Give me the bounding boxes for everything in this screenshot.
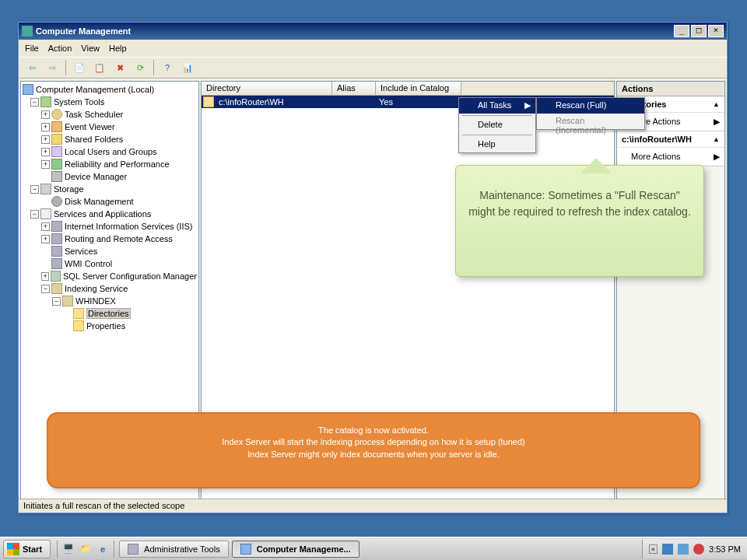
annotation-orange: The catalog is now activated. Index Serv…	[47, 412, 700, 488]
index-icon	[51, 283, 62, 294]
windows-flag-icon	[7, 543, 19, 555]
col-include[interactable]: Include in Catalog	[376, 82, 461, 95]
ie-icon[interactable]: e	[95, 541, 110, 557]
catalog-icon	[62, 296, 73, 306]
sql-icon	[51, 271, 61, 282]
folder-icon	[73, 320, 84, 331]
system-tray: « 3:53 PM	[642, 540, 747, 558]
titlebar[interactable]: Computer Management _ □ ×	[19, 23, 727, 40]
collapse-icon[interactable]: −	[30, 98, 39, 107]
more-actions-2[interactable]: More Actions▶	[617, 148, 724, 166]
menu-help[interactable]: Help	[109, 44, 127, 53]
view-button[interactable]: 📊	[179, 59, 196, 76]
col-directory[interactable]: Directory	[202, 82, 332, 95]
ctx-rescan-incremental[interactable]: Rescan (Incremental)	[537, 114, 644, 129]
menu-action[interactable]: Action	[48, 44, 72, 53]
mmc-icon	[240, 544, 251, 555]
app-icon	[22, 26, 33, 37]
services-icon	[40, 208, 51, 219]
minimize-button[interactable]: _	[674, 25, 689, 37]
menu-view[interactable]: View	[81, 44, 100, 53]
network-icon[interactable]	[678, 544, 689, 555]
tools-icon	[40, 96, 51, 107]
delete-button[interactable]: ✖	[111, 59, 128, 76]
actions-header: Actions	[617, 82, 724, 96]
event-icon	[51, 121, 62, 132]
chevron-up-icon: ▲	[713, 135, 720, 143]
annotation-green: Maintenance: Sometimes a "Full Rescan" m…	[455, 165, 704, 277]
users-icon	[51, 146, 62, 157]
wmi-icon	[51, 258, 62, 269]
share-icon	[51, 134, 62, 145]
clock-icon	[51, 109, 62, 120]
expand-icon[interactable]: +	[41, 110, 50, 119]
computer-icon	[23, 84, 33, 95]
show-desktop-icon[interactable]: 🖥️	[61, 541, 76, 557]
tree-item-directories[interactable]: Directories	[23, 307, 197, 320]
chevron-up-icon: ▲	[713, 100, 720, 108]
folder-icon	[203, 96, 214, 107]
device-icon	[51, 171, 62, 182]
window-title: Computer Management	[36, 26, 672, 36]
security-icon[interactable]	[693, 544, 704, 555]
gear-icon	[51, 246, 62, 257]
perf-icon	[51, 159, 62, 170]
menu-file[interactable]: File	[25, 44, 39, 53]
forward-button[interactable]: ⇨	[44, 59, 61, 76]
toolbar: ⇦ ⇨ 📄 📋 ✖ ⟳ ? 📊	[19, 57, 727, 79]
quick-launch: 🖥️ 📁 e	[61, 541, 110, 557]
refresh-button[interactable]: ⟳	[132, 59, 149, 76]
taskbar-item-admin-tools[interactable]: Administrative Tools	[119, 541, 229, 558]
ctx-help[interactable]: Help	[459, 137, 535, 152]
taskbar: Start 🖥️ 📁 e Administrative Tools Comput…	[0, 537, 747, 560]
iis-icon	[51, 221, 62, 232]
explorer-icon[interactable]: 📁	[78, 541, 93, 557]
ctx-all-tasks[interactable]: All Tasks▶	[459, 98, 535, 114]
properties-button[interactable]: 📋	[91, 59, 108, 76]
actions-section-path[interactable]: c:\infoRouter\WH▲	[617, 131, 724, 148]
folder-icon	[73, 308, 84, 319]
col-alias[interactable]: Alias	[332, 82, 376, 95]
tray-expand-icon[interactable]: «	[649, 544, 658, 554]
routing-icon	[51, 233, 62, 244]
statusbar: Initiates a full rescan of the selected …	[19, 499, 727, 513]
taskbar-item-computer-management[interactable]: Computer Manageme...	[232, 541, 359, 558]
submenu: Rescan (Full) Rescan (Incremental)	[536, 97, 645, 130]
help-button[interactable]: ?	[159, 59, 176, 76]
ctx-delete[interactable]: Delete	[459, 117, 535, 133]
tray-icon[interactable]	[662, 544, 673, 555]
maximize-button[interactable]: □	[691, 25, 707, 37]
up-button[interactable]: 📄	[71, 59, 88, 76]
context-menu: All Tasks▶ Delete Help	[458, 97, 536, 153]
list-header: Directory Alias Include in Catalog	[202, 82, 614, 96]
back-button[interactable]: ⇦	[23, 59, 40, 76]
disk-icon	[51, 196, 62, 207]
close-button[interactable]: ×	[708, 25, 724, 37]
menubar: File Action View Help	[19, 40, 727, 57]
ctx-rescan-full[interactable]: Rescan (Full)	[537, 98, 644, 114]
clock[interactable]: 3:53 PM	[709, 544, 741, 554]
admin-tools-icon	[128, 544, 139, 555]
storage-icon	[40, 184, 51, 194]
start-button[interactable]: Start	[3, 540, 51, 558]
